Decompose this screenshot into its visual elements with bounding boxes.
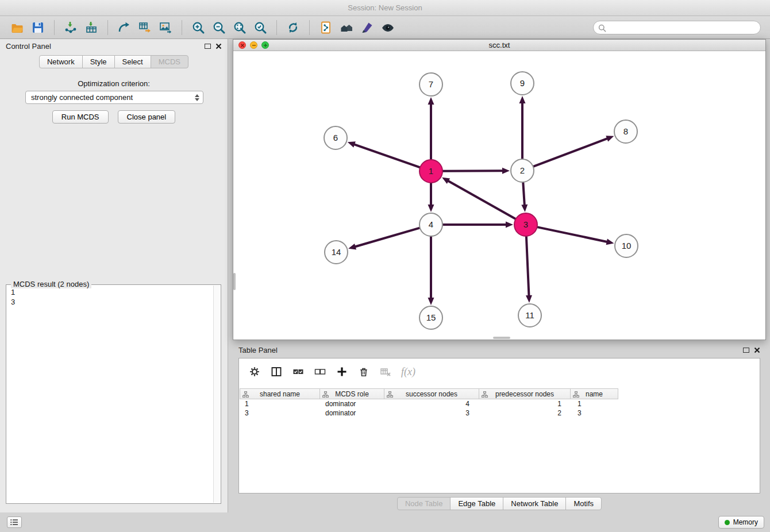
table-row[interactable]: 3dominator323 xyxy=(240,408,760,418)
criterion-select[interactable]: strongly connected component xyxy=(25,91,203,104)
network-canvas[interactable]: 7968124314101511 xyxy=(233,51,765,339)
result-list-scrollbar[interactable] xyxy=(213,286,220,503)
task-history-button[interactable] xyxy=(7,516,22,528)
minimize-window-button[interactable] xyxy=(250,41,257,49)
close-window-button[interactable] xyxy=(238,41,246,49)
table-row[interactable]: 1dominator411 xyxy=(240,399,760,408)
toolbar-separator xyxy=(107,20,108,35)
tab-edge-table[interactable]: Edge Table xyxy=(450,497,503,510)
column-header[interactable]: MCDS role xyxy=(319,388,384,399)
tab-network[interactable]: Network xyxy=(39,55,83,68)
graph-node-label: 7 xyxy=(429,79,433,89)
delete-table-button[interactable] xyxy=(376,362,395,381)
window-title: Session: New Session xyxy=(0,0,770,16)
column-header[interactable]: predecessor nodes xyxy=(479,388,571,399)
table-cell[interactable]: 3 xyxy=(240,408,321,418)
maximize-window-button[interactable] xyxy=(261,41,269,49)
graph-edge[interactable] xyxy=(443,171,503,171)
function-builder-button[interactable]: f(x) xyxy=(398,362,415,381)
open-session-button[interactable] xyxy=(7,18,28,37)
status-bar: Memory xyxy=(0,512,770,532)
horizontal-scrollbar-handle[interactable] xyxy=(493,337,510,339)
table-cell[interactable]: dominator xyxy=(321,399,386,408)
zoom-in-button[interactable] xyxy=(188,18,209,37)
style-brush-icon xyxy=(360,21,374,34)
table-cell[interactable]: 1 xyxy=(573,399,621,408)
run-mcds-button[interactable]: Run MCDS xyxy=(52,110,109,124)
apply-layout-button[interactable] xyxy=(283,18,303,37)
zoom-out-button[interactable] xyxy=(209,18,229,37)
new-network-button[interactable] xyxy=(114,18,134,37)
graph-edge[interactable] xyxy=(526,237,529,296)
network-window-titlebar[interactable]: scc.txt xyxy=(233,40,765,51)
show-columns-button[interactable] xyxy=(267,362,286,381)
float-panel-icon[interactable] xyxy=(205,44,211,49)
tab-motifs[interactable]: Motifs xyxy=(565,497,602,510)
save-session-button[interactable] xyxy=(28,18,48,37)
network-overview-button[interactable] xyxy=(336,18,357,37)
tab-select[interactable]: Select xyxy=(114,55,151,68)
delete-table-icon xyxy=(380,366,391,377)
result-item[interactable]: 3 xyxy=(9,297,211,307)
column-header[interactable]: successor nodes xyxy=(384,388,479,399)
tab-network-table[interactable]: Network Table xyxy=(503,497,566,510)
network-graph[interactable]: 7968124314101511 xyxy=(233,51,765,339)
table-cell[interactable]: 3 xyxy=(386,408,481,418)
zoom-fit-button[interactable] xyxy=(229,18,250,37)
result-item[interactable]: 1 xyxy=(9,287,211,297)
column-header[interactable]: shared name xyxy=(240,388,320,399)
close-panel-button[interactable]: Close panel xyxy=(118,110,176,124)
table-cell[interactable]: 4 xyxy=(386,399,481,408)
graph-edge[interactable] xyxy=(523,183,525,206)
vertical-scrollbar-handle[interactable] xyxy=(233,273,236,290)
export-network-button[interactable] xyxy=(134,18,155,37)
copy-network-button[interactable] xyxy=(315,18,336,37)
table-cell[interactable]: 3 xyxy=(573,408,621,418)
export-image-button[interactable] xyxy=(155,18,176,37)
graph-edge[interactable] xyxy=(538,227,608,242)
graph-edge[interactable] xyxy=(448,180,515,218)
toolbar-separator xyxy=(182,20,182,35)
close-panel-icon[interactable] xyxy=(754,347,760,353)
table-cell[interactable]: 2 xyxy=(481,408,573,418)
zoom-fit-icon xyxy=(233,21,247,34)
edge-arrowhead-icon xyxy=(428,97,434,105)
node-table: shared nameMCDS rolesuccessor nodesprede… xyxy=(240,388,760,418)
search-input[interactable] xyxy=(609,22,754,33)
mcds-result-list[interactable]: 13 xyxy=(9,287,211,501)
column-header[interactable]: name xyxy=(570,388,618,399)
apply-style-button[interactable] xyxy=(357,18,378,37)
show-graphics-details-button[interactable] xyxy=(378,18,398,37)
import-table-button[interactable] xyxy=(81,18,102,37)
tab-node-table[interactable]: Node Table xyxy=(397,497,451,510)
column-type-icon xyxy=(322,391,329,398)
graph-node-label: 4 xyxy=(429,219,433,229)
graph-edge[interactable] xyxy=(355,228,419,247)
edge-arrowhead-icon xyxy=(428,298,434,305)
select-all-columns-button[interactable] xyxy=(288,362,308,381)
trash-icon xyxy=(358,366,369,377)
graph-node-label: 1 xyxy=(429,166,433,176)
edge-arrowhead-icon xyxy=(502,168,510,174)
close-panel-icon[interactable] xyxy=(215,43,222,49)
fx-icon: f(x) xyxy=(398,366,415,378)
unselect-all-columns-button[interactable] xyxy=(310,362,330,381)
create-column-button[interactable] xyxy=(332,362,352,381)
float-panel-icon[interactable] xyxy=(743,348,749,353)
graph-edge[interactable] xyxy=(534,138,608,167)
control-panel-title: Control Panel xyxy=(6,42,51,51)
tab-mcds[interactable]: MCDS xyxy=(151,55,188,68)
tab-style[interactable]: Style xyxy=(82,55,115,68)
edge-arrowhead-icon xyxy=(506,222,513,228)
table-cell[interactable]: 1 xyxy=(240,399,321,408)
app-titlebar: Session: New Session xyxy=(0,0,770,16)
zoom-selected-button[interactable] xyxy=(250,18,271,37)
import-network-button[interactable] xyxy=(60,18,81,37)
main-toolbar xyxy=(0,16,770,39)
table-cell[interactable]: dominator xyxy=(321,408,386,418)
table-settings-button[interactable] xyxy=(245,362,264,381)
graph-edge[interactable] xyxy=(353,144,419,167)
memory-button[interactable]: Memory xyxy=(718,516,764,529)
delete-columns-button[interactable] xyxy=(354,362,374,381)
table-cell[interactable]: 1 xyxy=(481,399,573,408)
